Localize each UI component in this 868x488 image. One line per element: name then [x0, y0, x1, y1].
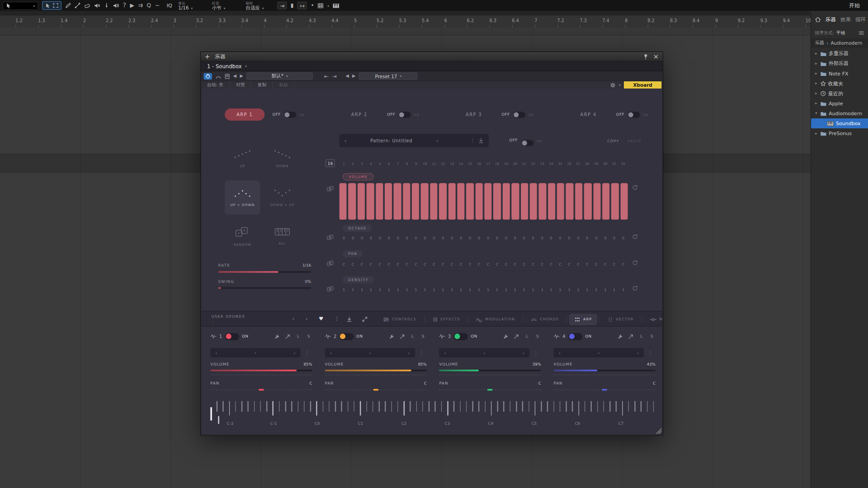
- step-value[interactable]: C: [349, 262, 358, 267]
- arp-tab[interactable]: ARP 3: [454, 112, 494, 117]
- sounds-prev-button[interactable]: ‹: [292, 316, 294, 321]
- expand-arrow-icon[interactable]: ▾: [814, 111, 818, 116]
- expand-arrow-icon[interactable]: ▸: [814, 131, 818, 136]
- step-value[interactable]: C: [439, 262, 448, 267]
- volume-step-bar[interactable]: [575, 183, 582, 220]
- step-value[interactable]: 1: [547, 288, 556, 292]
- volume-step-bar[interactable]: [530, 183, 537, 220]
- snap-select[interactable]: 吸附 自适应▾: [246, 0, 274, 10]
- volume-step-bar[interactable]: [503, 183, 510, 220]
- step-value[interactable]: 0: [429, 236, 439, 241]
- volume-step-bar[interactable]: [430, 183, 437, 220]
- step-value[interactable]: 0: [393, 236, 402, 241]
- step-value[interactable]: 0: [466, 236, 475, 241]
- volume-step-bar[interactable]: [448, 183, 455, 220]
- step-value[interactable]: 0: [592, 236, 601, 241]
- step-value[interactable]: 1: [402, 288, 411, 292]
- step-value[interactable]: 0: [349, 236, 358, 241]
- step-value[interactable]: C: [574, 262, 583, 267]
- volume-step-bar[interactable]: [394, 183, 401, 220]
- volume-step-bar[interactable]: [620, 183, 627, 220]
- sound-selector[interactable]: ‹-›: [439, 348, 529, 357]
- pattern-download-icon[interactable]: [478, 138, 484, 143]
- follow-button[interactable]: ↦: [297, 2, 307, 9]
- tree-item[interactable]: ▾Audiomodern: [811, 108, 868, 118]
- expand-icon[interactable]: [362, 316, 368, 322]
- next-sound-arrow[interactable]: ›: [637, 350, 639, 355]
- gear-icon[interactable]: [610, 82, 615, 88]
- step-value[interactable]: 1: [457, 288, 466, 292]
- tab-chords[interactable]: CHORDS: [525, 314, 564, 325]
- expand-arrow-icon[interactable]: ▸: [814, 101, 818, 106]
- preset-select[interactable]: Preset 17▾: [359, 72, 418, 80]
- pattern-prev-button[interactable]: ‹: [344, 137, 347, 143]
- route-icon[interactable]: [284, 333, 291, 340]
- arp-tab[interactable]: ARP 1: [225, 108, 264, 121]
- volume-step-bar[interactable]: [593, 183, 600, 220]
- step-value[interactable]: C: [556, 262, 565, 267]
- eraser-tool[interactable]: [84, 3, 90, 8]
- skip-back-icon[interactable]: ⇤: [324, 73, 329, 79]
- prev-preset-button[interactable]: ◀: [233, 74, 237, 79]
- step-value[interactable]: 1: [448, 288, 457, 292]
- expand-arrow-icon[interactable]: ▸: [814, 91, 818, 96]
- preset-prev-arrow[interactable]: ◀: [345, 74, 349, 79]
- solo-button[interactable]: S: [534, 333, 541, 340]
- step-value[interactable]: 0: [619, 236, 628, 241]
- step-value[interactable]: C: [375, 262, 384, 267]
- step-value[interactable]: 0: [501, 236, 510, 241]
- arp-mode-down[interactable]: DOWN: [264, 141, 300, 176]
- tab-controls[interactable]: CONTROLS: [377, 314, 422, 325]
- reset-volume-icon[interactable]: [632, 185, 637, 190]
- arp-mode-all[interactable]: ALL: [264, 219, 300, 253]
- xboard-button[interactable]: Xboard: [624, 81, 661, 89]
- copy-button[interactable]: 复制: [251, 81, 273, 89]
- keyboard-position-marker[interactable]: [210, 407, 212, 420]
- monitor-dot-icon[interactable]: •: [311, 3, 314, 8]
- step-value[interactable]: 0: [528, 236, 538, 241]
- link-button[interactable]: L: [294, 333, 302, 340]
- sounds-menu-icon[interactable]: ⋮: [335, 316, 340, 321]
- step-value[interactable]: C: [411, 262, 420, 267]
- step-value[interactable]: C: [501, 262, 510, 267]
- channel-menu-icon[interactable]: ⋮: [419, 350, 424, 356]
- arp-tab[interactable]: ARP 2: [340, 112, 379, 117]
- channel-on-toggle[interactable]: [339, 333, 354, 340]
- step-value[interactable]: C: [610, 262, 619, 267]
- autoscroll-button[interactable]: ⇥: [277, 2, 287, 9]
- pattern-next-button[interactable]: ›: [436, 137, 439, 143]
- step-value[interactable]: C: [429, 262, 439, 267]
- tab-loops[interactable]: 循环: [855, 16, 866, 23]
- volume-row-tag[interactable]: VOLUME: [343, 173, 374, 180]
- step-value[interactable]: 1: [565, 288, 574, 292]
- step-value[interactable]: C: [484, 262, 493, 267]
- volume-step-bar[interactable]: [403, 183, 410, 220]
- tree-item[interactable]: ▸多重乐器: [811, 49, 868, 59]
- volume-step-bar[interactable]: [439, 183, 446, 220]
- reset-octave-icon[interactable]: [632, 234, 637, 239]
- route-icon[interactable]: [513, 333, 520, 340]
- sort-mode-select[interactable]: 平铺: [836, 30, 845, 36]
- step-value[interactable]: 1: [574, 288, 583, 292]
- step-value[interactable]: 0: [547, 236, 556, 241]
- paste-button[interactable]: 粘贴: [273, 81, 295, 89]
- arp-mode-down-up[interactable]: DOWN + UP: [264, 180, 300, 215]
- compare-button[interactable]: 对照: [230, 81, 251, 89]
- step-value[interactable]: 1: [619, 288, 628, 292]
- arrow-tool[interactable]: [45, 3, 50, 9]
- route-icon[interactable]: [627, 333, 634, 340]
- macro-play-icon[interactable]: ▶: [130, 3, 134, 8]
- tool-select-dropdown[interactable]: ▾: [3, 1, 38, 9]
- list-view-icon[interactable]: [859, 30, 864, 35]
- user-sounds-label[interactable]: USER SOUNDS: [212, 314, 245, 319]
- step-value[interactable]: 0: [439, 236, 448, 241]
- volume-step-bar[interactable]: [385, 183, 392, 220]
- step-value[interactable]: 1: [384, 288, 393, 292]
- tool-icon[interactable]: [274, 333, 281, 340]
- volume-step-bar[interactable]: [340, 183, 347, 220]
- input-quantize-toggle[interactable]: IQ: [167, 3, 172, 8]
- step-value[interactable]: 1: [475, 288, 484, 292]
- pattern-menu-icon[interactable]: ⋮: [470, 138, 475, 143]
- volume-step-bar[interactable]: [367, 183, 374, 220]
- next-sound-arrow[interactable]: ›: [523, 350, 524, 355]
